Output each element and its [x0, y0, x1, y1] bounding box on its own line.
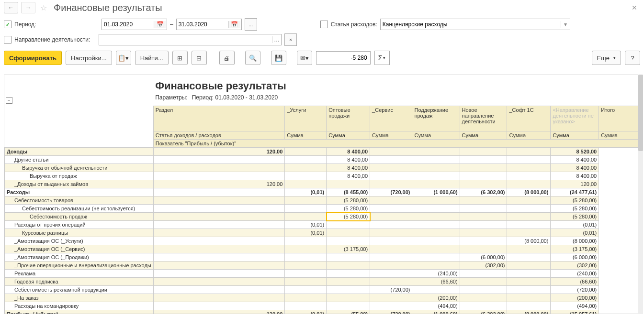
cell-value[interactable] — [460, 221, 507, 229]
cell-value[interactable]: 120,00 — [153, 180, 285, 188]
row-name[interactable]: Выручка от обычной деятельности — [5, 164, 154, 172]
activity-checkbox[interactable] — [4, 36, 11, 44]
expense-item-checkbox[interactable] — [320, 21, 328, 28]
cell-value[interactable] — [412, 221, 460, 229]
cell-value[interactable] — [327, 286, 370, 294]
cell-value[interactable] — [507, 180, 551, 188]
cell-value[interactable] — [285, 164, 327, 172]
cell-value[interactable]: (0,01) — [551, 221, 599, 229]
cell-value[interactable] — [460, 172, 507, 180]
cell-value[interactable] — [460, 164, 507, 172]
cell-value[interactable] — [412, 262, 460, 270]
cell-value[interactable] — [507, 172, 551, 180]
cell-value[interactable] — [285, 213, 327, 221]
row-name[interactable]: _Амортизация ОС (_Услуги) — [5, 237, 154, 245]
cell-value[interactable]: (0,01) — [285, 310, 327, 315]
generate-button[interactable]: Сформировать — [4, 51, 62, 65]
cell-value[interactable] — [327, 270, 370, 278]
cell-value[interactable]: (1 000,60) — [412, 310, 460, 315]
cell-value[interactable] — [285, 294, 327, 302]
date-to-field[interactable] — [177, 21, 228, 28]
cell-value[interactable]: (494,00) — [412, 302, 460, 310]
activity-combo[interactable]: … — [99, 34, 282, 45]
cell-value[interactable] — [370, 253, 412, 262]
cell-value[interactable] — [285, 270, 327, 278]
row-name[interactable]: _Амортизация ОС (_Продажи) — [5, 253, 154, 262]
cell-value[interactable] — [460, 294, 507, 302]
cell-value[interactable]: (6 000,00) — [460, 253, 507, 262]
cell-value[interactable]: 8 400,00 — [327, 156, 370, 164]
cell-value[interactable]: (200,00) — [551, 294, 599, 302]
cell-value[interactable]: 8 400,00 — [551, 164, 599, 172]
cell-value[interactable]: (200,00) — [412, 294, 460, 302]
cell-value[interactable] — [460, 245, 507, 253]
cell-value[interactable] — [460, 237, 507, 245]
vertical-scrollbar[interactable] — [638, 75, 643, 314]
cell-value[interactable] — [370, 164, 412, 172]
cell-value[interactable] — [285, 180, 327, 188]
email-icon[interactable]: ✉▾ — [297, 51, 312, 65]
cell-value[interactable] — [507, 253, 551, 262]
cell-value[interactable]: (5 280,00) — [551, 205, 599, 213]
cell-value[interactable]: (55,00) — [327, 310, 370, 315]
cell-value[interactable] — [327, 262, 370, 270]
row-name[interactable]: Выручка от продаж — [5, 172, 154, 180]
row-name[interactable]: Реклама — [5, 270, 154, 278]
cell-value[interactable] — [507, 205, 551, 213]
cell-value[interactable] — [460, 205, 507, 213]
cell-value[interactable]: (66,60) — [412, 278, 460, 286]
row-name[interactable]: Расходы — [5, 188, 154, 196]
row-name[interactable]: _Амортизация ОС (_Сервис) — [5, 245, 154, 253]
cell-value[interactable]: 8 400,00 — [551, 172, 599, 180]
cell-value[interactable] — [153, 188, 285, 196]
row-name[interactable]: Прибыль / (убыток) — [5, 310, 154, 315]
cell-value[interactable] — [507, 294, 551, 302]
cell-value[interactable]: (6 302,00) — [460, 310, 507, 315]
row-name[interactable]: Расходы от прочих операций — [5, 221, 154, 229]
cell-value[interactable]: (720,00) — [370, 188, 412, 196]
calendar-icon[interactable]: 📅 — [228, 21, 240, 28]
close-icon[interactable]: ✕ — [632, 4, 637, 11]
cell-value[interactable] — [460, 286, 507, 294]
cell-value[interactable] — [285, 156, 327, 164]
row-name[interactable]: Себестоимость товаров — [5, 196, 154, 205]
cell-value[interactable] — [153, 262, 285, 270]
cell-value[interactable] — [412, 180, 460, 188]
expense-item-field[interactable] — [381, 21, 561, 28]
row-name[interactable]: Расходы на командировку — [5, 302, 154, 310]
row-name[interactable]: Себестоимость продаж — [5, 213, 154, 221]
cell-value[interactable] — [507, 286, 551, 294]
cell-value[interactable]: 8 400,00 — [327, 172, 370, 180]
cell-value[interactable] — [153, 229, 285, 237]
calendar-icon[interactable]: 📅 — [154, 21, 166, 28]
cell-value[interactable] — [327, 253, 370, 262]
cell-value[interactable]: (8 455,00) — [327, 188, 370, 196]
chevron-down-icon[interactable]: ▾ — [561, 21, 570, 28]
cell-value[interactable]: (5 280,00) — [327, 213, 370, 221]
cell-value[interactable] — [153, 253, 285, 262]
cell-value[interactable]: (0,01) — [551, 229, 599, 237]
cell-value[interactable] — [370, 302, 412, 310]
cell-value[interactable]: (0,01) — [285, 221, 327, 229]
cell-value[interactable] — [460, 180, 507, 188]
cell-value[interactable]: (0,01) — [285, 188, 327, 196]
cell-value[interactable]: (1 000,60) — [412, 188, 460, 196]
cell-value[interactable] — [507, 221, 551, 229]
cell-value[interactable] — [285, 148, 327, 156]
cell-value[interactable] — [285, 172, 327, 180]
cell-value[interactable] — [412, 213, 460, 221]
row-name[interactable]: _Доходы от выданных займов — [5, 180, 154, 188]
settings-button[interactable]: Настройки... — [66, 51, 112, 65]
cell-value[interactable]: (494,00) — [551, 302, 599, 310]
cell-value[interactable]: (8 000,00) — [507, 188, 551, 196]
cell-value[interactable] — [412, 253, 460, 262]
report-area[interactable]: − − − − − − − − Финансовые результаты Па… — [4, 75, 640, 314]
cell-value[interactable]: (8 000,00) — [507, 310, 551, 315]
cell-value[interactable]: 120,00 — [153, 148, 285, 156]
cell-value[interactable]: (15 957,61) — [551, 310, 599, 315]
cell-value[interactable] — [370, 262, 412, 270]
cell-value[interactable] — [412, 196, 460, 205]
cell-value[interactable]: (720,00) — [370, 286, 412, 294]
cell-value[interactable]: (720,00) — [551, 286, 599, 294]
cell-value[interactable] — [327, 294, 370, 302]
